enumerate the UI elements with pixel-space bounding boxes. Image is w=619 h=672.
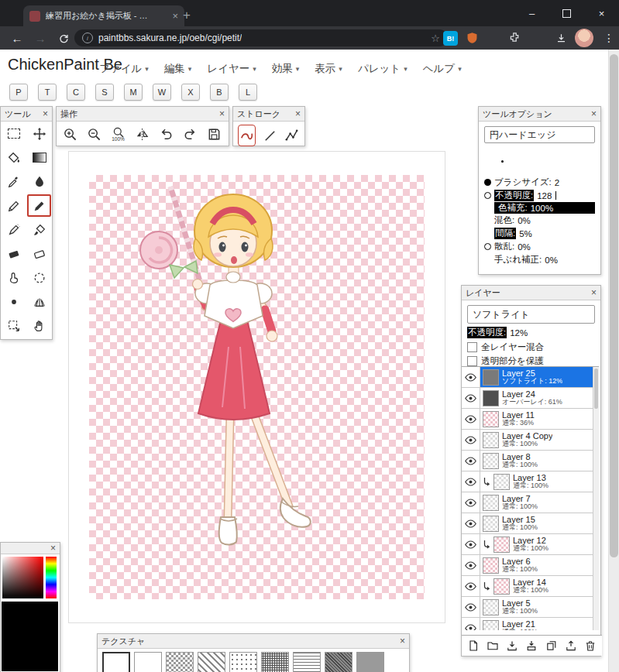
texture-swatch-solid[interactable]	[134, 652, 162, 672]
option-blend[interactable]: 混色: 0%	[494, 214, 595, 227]
downloads-button[interactable]	[552, 29, 570, 47]
freehand-stroke-button[interactable]	[238, 125, 256, 146]
menu-palettes[interactable]: パレット▾	[358, 62, 408, 76]
redo-button[interactable]	[180, 123, 201, 145]
eye-icon[interactable]	[462, 388, 480, 408]
eye-icon[interactable]	[462, 367, 480, 387]
eye-icon[interactable]	[462, 471, 480, 492]
layer-row[interactable]: Layer 11通常: 36%	[462, 409, 599, 430]
eye-icon[interactable]	[462, 555, 480, 575]
refresh-button[interactable]	[54, 29, 73, 47]
layer-opacity-row[interactable]: 不透明度: 12%	[467, 327, 595, 338]
current-color-swatch[interactable]	[2, 602, 58, 671]
marquee-select-tool[interactable]	[1, 122, 26, 146]
menu-view[interactable]: 表示▾	[315, 62, 342, 76]
shortcut-w[interactable]: W	[153, 84, 171, 101]
eye-icon[interactable]	[462, 513, 480, 533]
eraser-tool[interactable]	[1, 242, 26, 266]
saturation-value-picker[interactable]	[2, 557, 43, 598]
close-icon[interactable]: ×	[591, 288, 597, 297]
shortcut-s[interactable]: S	[95, 84, 114, 101]
layer-row[interactable]: Layer 8通常: 100%	[462, 451, 599, 471]
flip-horizontal-button[interactable]	[132, 123, 153, 145]
pen-tool-selected[interactable]	[26, 194, 52, 218]
undo-button[interactable]	[156, 123, 177, 145]
tab-close-icon[interactable]: ×	[172, 10, 178, 22]
site-info-icon[interactable]: i	[82, 33, 93, 43]
layer-row[interactable]: Layer 5通常: 100%	[462, 597, 599, 618]
option-scatter[interactable]: 散乱: 0%	[484, 240, 595, 253]
import-layer-button[interactable]	[506, 639, 518, 652]
layer-row[interactable]: Layer 12通常: 100%	[462, 534, 599, 555]
texture-swatch-none-selected[interactable]	[102, 652, 130, 672]
texture-swatch-noise[interactable]	[325, 652, 352, 672]
move-tool[interactable]	[26, 122, 52, 146]
checkbox-icon[interactable]	[467, 356, 477, 366]
shortcut-t[interactable]: T	[38, 84, 57, 101]
new-tab-button[interactable]: +	[183, 6, 191, 25]
browser-tab[interactable]: 練習用お絵かき掲示板 - お絵かき ×	[23, 5, 184, 26]
radio-empty-icon[interactable]	[484, 243, 491, 250]
extension-hatena-button[interactable]: B!	[443, 31, 458, 46]
layer-row[interactable]: Layer 7通常: 100%	[462, 492, 599, 513]
layer-row[interactable]: Layer 6通常: 100%	[462, 555, 599, 576]
new-layer-button[interactable]	[467, 639, 480, 652]
canvas-artwork[interactable]	[69, 152, 446, 624]
layer-row[interactable]: Layer 15通常: 100%	[462, 513, 599, 534]
texture-swatch-lines[interactable]	[293, 652, 321, 672]
option-brush-size[interactable]: ブラシサイズ: 2	[484, 176, 595, 189]
browser-menu-button[interactable]: ⋮	[601, 29, 617, 47]
layer-list-scrollbar[interactable]	[593, 367, 599, 630]
close-icon[interactable]: ×	[43, 109, 48, 118]
eye-icon[interactable]	[462, 576, 480, 596]
shortcut-m[interactable]: M	[124, 84, 143, 101]
soft-eraser-tool[interactable]	[26, 242, 52, 266]
back-button[interactable]: ←	[8, 29, 26, 47]
smudge-tool[interactable]	[1, 266, 26, 290]
texture-swatch-dense-dots[interactable]	[261, 652, 289, 672]
transform-tool[interactable]	[1, 314, 26, 338]
texture-swatch-dots[interactable]	[229, 652, 257, 672]
menu-edit[interactable]: 編集▾	[164, 62, 192, 76]
marker-tool[interactable]	[1, 218, 26, 242]
eye-icon[interactable]	[462, 492, 480, 513]
option-color-refill[interactable]: 色補充: 100%	[494, 202, 595, 214]
bezier-stroke-button[interactable]	[284, 125, 300, 146]
texture-swatch-checker[interactable]	[166, 652, 194, 672]
profile-avatar[interactable]	[575, 29, 593, 47]
menu-help[interactable]: ヘルプ▾	[423, 62, 462, 76]
close-icon[interactable]: ×	[219, 109, 225, 118]
forward-button[interactable]: →	[31, 29, 50, 47]
texture-swatch-diagonal[interactable]	[198, 652, 225, 672]
blur-tool[interactable]	[26, 266, 52, 290]
eyedropper-tool[interactable]	[1, 170, 26, 194]
scrollbar-thumb[interactable]	[594, 369, 598, 409]
zoom-in-button[interactable]	[60, 123, 81, 145]
close-icon[interactable]: ×	[295, 109, 301, 118]
layer-row[interactable]: Layer 21通常: 100%	[462, 618, 599, 630]
blend-mode-select[interactable]: ソフトライト	[467, 305, 595, 324]
duplicate-layer-button[interactable]	[545, 639, 558, 652]
extensions-menu-button[interactable]	[508, 31, 521, 44]
shortcut-p[interactable]: P	[9, 84, 28, 101]
url-text[interactable]: paintbbs.sakura.ne.jp/oeb/cgi/petit/	[98, 33, 242, 43]
menu-file[interactable]: ファイル▾	[99, 62, 149, 76]
window-minimize-button[interactable]: –	[514, 0, 549, 26]
layer-row[interactable]: Layer 13通常: 100%	[462, 471, 599, 492]
gradient-tool[interactable]	[26, 146, 52, 170]
layer-row[interactable]: Layer 4 Copy通常: 100%	[462, 430, 599, 451]
pencil-tool[interactable]	[1, 194, 26, 218]
checkbox-icon[interactable]	[467, 342, 477, 352]
radio-empty-icon[interactable]	[484, 192, 491, 199]
new-group-button[interactable]	[487, 639, 499, 652]
water-tool[interactable]	[26, 170, 52, 194]
delete-layer-button[interactable]	[584, 639, 597, 652]
bookmark-star-icon[interactable]: ☆	[431, 33, 440, 44]
drawing-canvas[interactable]	[68, 151, 445, 623]
brush-tool[interactable]	[26, 218, 52, 242]
menu-layer[interactable]: レイヤー▾	[207, 62, 256, 76]
menu-effects[interactable]: 効果▾	[272, 62, 300, 76]
export-layer-button[interactable]	[565, 639, 577, 652]
brush-type-select[interactable]: 円ハードエッジ	[484, 126, 595, 143]
extension-shield-button[interactable]	[466, 31, 479, 45]
